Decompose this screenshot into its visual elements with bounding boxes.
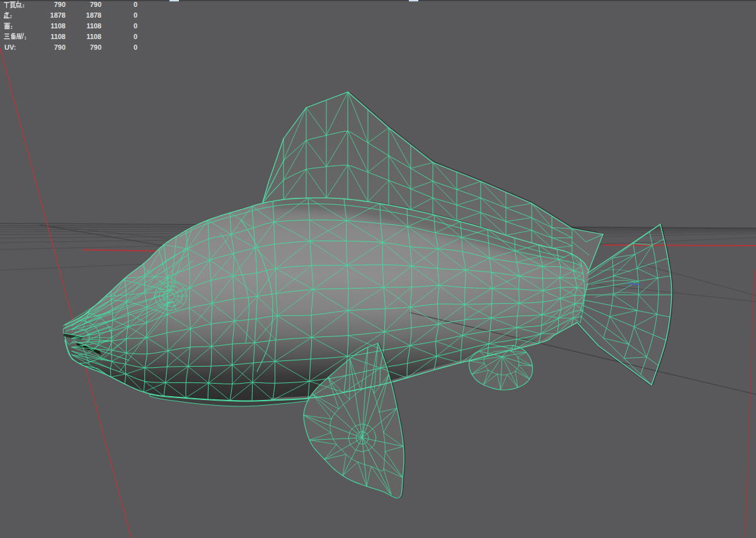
svg-text:1108: 1108 — [50, 22, 66, 30]
svg-text:0: 0 — [134, 22, 137, 30]
svg-text:0: 0 — [134, 1, 137, 8]
svg-text:1108: 1108 — [86, 33, 101, 40]
svg-text:0: 0 — [134, 33, 137, 40]
svg-text:790: 790 — [54, 43, 66, 51]
svg-text:790: 790 — [90, 43, 101, 51]
svg-text:1108: 1108 — [86, 22, 101, 30]
svg-text:1878: 1878 — [50, 11, 66, 19]
svg-text:790: 790 — [90, 1, 101, 8]
svg-text:0: 0 — [134, 11, 137, 19]
svg-text:0: 0 — [134, 43, 137, 51]
svg-text:1108: 1108 — [50, 33, 66, 40]
svg-text:UV:: UV: — [4, 43, 16, 51]
svg-text:790: 790 — [54, 1, 66, 8]
svg-text:1878: 1878 — [86, 11, 101, 19]
